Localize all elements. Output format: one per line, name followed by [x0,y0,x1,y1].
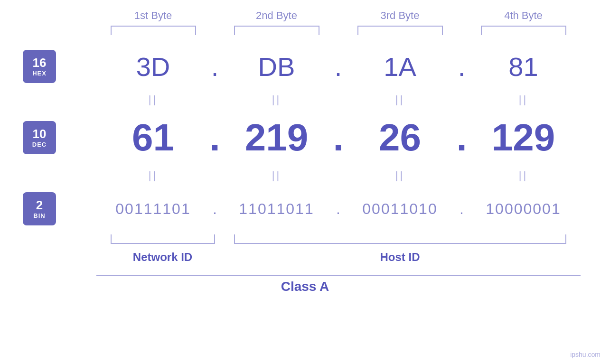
hex-badge-num: 16 [33,56,47,70]
dec-dot-1: . [206,116,225,159]
eq-2-3: || [348,169,452,182]
bin-dot-2: . [329,200,348,218]
byte-1-label: 1st Byte [101,9,206,22]
hex-badge-label: HEX [32,70,47,77]
byte-headers: 1st Byte 2nd Byte 3rd Byte 4th Byte [0,0,610,35]
dec-val-4: 129 [471,116,576,159]
dec-dot-3: . [452,116,471,159]
dec-badge: 10 DEC [23,121,56,154]
hex-val-2: DB [225,51,329,82]
hex-dot-1: . [206,51,225,82]
byte-3-label: 3rd Byte [348,9,452,22]
equals-row-2: || || || || [0,166,610,185]
hex-badge: 16 HEX [23,50,56,83]
class-area: Class A [0,275,610,294]
bin-badge: 2 BIN [23,192,56,225]
hex-val-3: 1A [348,51,452,82]
bracket-top-3 [357,26,443,35]
dec-badge-num: 10 [33,127,47,141]
bin-badge-num: 2 [36,198,43,212]
rows-area: 16 HEX 3D . DB . 1A . 81 || || || || [0,43,610,294]
bin-dot-3: . [452,200,471,218]
bin-val-3: 00011010 [348,200,452,218]
network-id-label: Network ID [111,251,215,264]
dec-dot-2: . [329,116,348,159]
eq-2-2: || [225,169,329,182]
equals-row-1: || || || || [0,90,610,109]
eq-1-1: || [101,93,206,106]
eq-1-4: || [471,93,576,106]
bin-dot-1: . [206,200,225,218]
dec-val-3: 26 [348,116,452,159]
dec-badge-label: DEC [32,141,47,148]
bracket-top-1 [111,26,196,35]
byte-4-label: 4th Byte [471,9,576,22]
eq-1-3: || [348,93,452,106]
byte-header-1: 1st Byte [101,9,206,35]
hex-val-1: 3D [101,51,206,82]
byte-2-label: 2nd Byte [225,9,329,22]
id-labels-row: Network ID Host ID [0,251,610,271]
dec-row: 10 DEC 61 . 219 . 26 . 129 [0,109,610,166]
class-label: Class A [0,279,610,294]
byte-header-3: 3rd Byte [348,9,452,35]
eq-1-2: || [225,93,329,106]
bin-val-2: 11011011 [225,200,329,218]
main-container: 1st Byte 2nd Byte 3rd Byte 4th Byte 16 H… [0,0,610,364]
net-bracket-bottom [111,234,215,244]
hex-dot-2: . [329,51,348,82]
bin-val-1: 00111101 [101,200,206,218]
eq-2-1: || [101,169,206,182]
hex-row: 16 HEX 3D . DB . 1A . 81 [0,43,610,90]
dec-val-2: 219 [225,116,329,159]
host-id-label: Host ID [234,251,566,264]
bin-row: 2 BIN 00111101 . 11011011 . 00011010 . 1… [0,185,610,233]
hex-dot-3: . [452,51,471,82]
bin-val-4: 10000001 [471,200,576,218]
eq-2-4: || [471,169,576,182]
host-bracket-bottom [234,234,566,244]
bin-badge-label: BIN [33,212,45,219]
hex-val-4: 81 [471,51,576,82]
bracket-top-2 [234,26,319,35]
bracket-bottom-row [0,234,610,249]
class-line [96,275,581,276]
byte-header-4: 4th Byte [471,9,576,35]
byte-header-2: 2nd Byte [225,9,329,35]
watermark: ipshu.com [570,351,601,358]
dec-val-1: 61 [101,116,206,159]
bracket-top-4 [481,26,566,35]
